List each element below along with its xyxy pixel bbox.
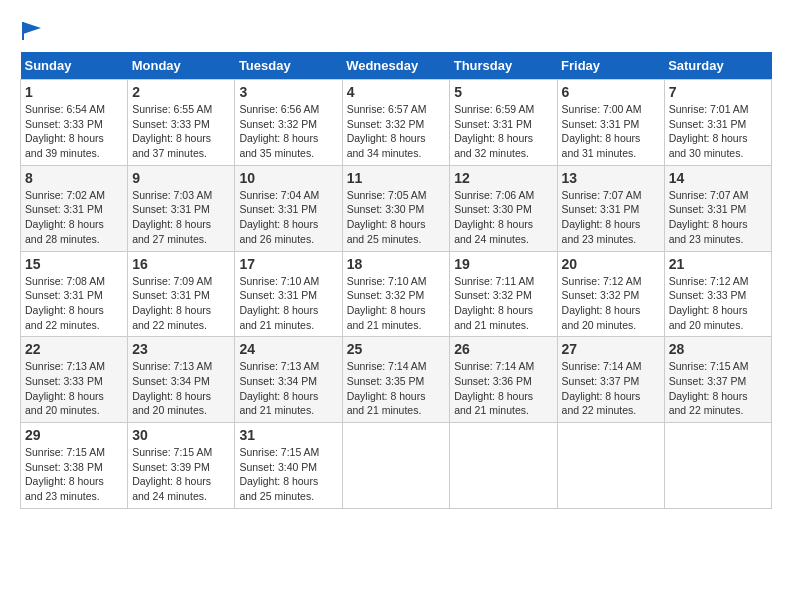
- daylight-label: Daylight: 8 hours and 30 minutes.: [669, 132, 748, 159]
- calendar-table: SundayMondayTuesdayWednesdayThursdayFrid…: [20, 52, 772, 509]
- day-info: Sunrise: 7:13 AM Sunset: 3:34 PM Dayligh…: [239, 359, 337, 418]
- sunset-label: Sunset: 3:31 PM: [669, 118, 747, 130]
- day-number: 6: [562, 84, 660, 100]
- day-info: Sunrise: 7:15 AM Sunset: 3:40 PM Dayligh…: [239, 445, 337, 504]
- day-number: 21: [669, 256, 767, 272]
- calendar-cell: 12 Sunrise: 7:06 AM Sunset: 3:30 PM Dayl…: [450, 165, 557, 251]
- page-header: [20, 20, 772, 42]
- day-number: 15: [25, 256, 123, 272]
- sunrise-label: Sunrise: 6:57 AM: [347, 103, 427, 115]
- day-number: 10: [239, 170, 337, 186]
- sunrise-label: Sunrise: 7:12 AM: [562, 275, 642, 287]
- sunset-label: Sunset: 3:32 PM: [239, 118, 317, 130]
- calendar-cell: 6 Sunrise: 7:00 AM Sunset: 3:31 PM Dayli…: [557, 80, 664, 166]
- day-info: Sunrise: 7:10 AM Sunset: 3:31 PM Dayligh…: [239, 274, 337, 333]
- day-info: Sunrise: 6:54 AM Sunset: 3:33 PM Dayligh…: [25, 102, 123, 161]
- sunset-label: Sunset: 3:31 PM: [669, 203, 747, 215]
- sunset-label: Sunset: 3:32 PM: [562, 289, 640, 301]
- sunrise-label: Sunrise: 6:55 AM: [132, 103, 212, 115]
- day-info: Sunrise: 7:07 AM Sunset: 3:31 PM Dayligh…: [669, 188, 767, 247]
- sunset-label: Sunset: 3:34 PM: [239, 375, 317, 387]
- sunset-label: Sunset: 3:35 PM: [347, 375, 425, 387]
- sunrise-label: Sunrise: 6:59 AM: [454, 103, 534, 115]
- calendar-cell: 10 Sunrise: 7:04 AM Sunset: 3:31 PM Dayl…: [235, 165, 342, 251]
- calendar-cell: 4 Sunrise: 6:57 AM Sunset: 3:32 PM Dayli…: [342, 80, 450, 166]
- day-number: 7: [669, 84, 767, 100]
- daylight-label: Daylight: 8 hours and 39 minutes.: [25, 132, 104, 159]
- calendar-cell: 31 Sunrise: 7:15 AM Sunset: 3:40 PM Dayl…: [235, 423, 342, 509]
- daylight-label: Daylight: 8 hours and 22 minutes.: [562, 390, 641, 417]
- sunset-label: Sunset: 3:31 PM: [562, 203, 640, 215]
- sunrise-label: Sunrise: 6:56 AM: [239, 103, 319, 115]
- sunrise-label: Sunrise: 7:00 AM: [562, 103, 642, 115]
- sunset-label: Sunset: 3:37 PM: [562, 375, 640, 387]
- sunrise-label: Sunrise: 7:15 AM: [239, 446, 319, 458]
- sunrise-label: Sunrise: 7:03 AM: [132, 189, 212, 201]
- sunrise-label: Sunrise: 7:12 AM: [669, 275, 749, 287]
- day-info: Sunrise: 7:10 AM Sunset: 3:32 PM Dayligh…: [347, 274, 446, 333]
- day-number: 23: [132, 341, 230, 357]
- calendar-cell: 8 Sunrise: 7:02 AM Sunset: 3:31 PM Dayli…: [21, 165, 128, 251]
- calendar-cell: 21 Sunrise: 7:12 AM Sunset: 3:33 PM Dayl…: [664, 251, 771, 337]
- day-info: Sunrise: 6:55 AM Sunset: 3:33 PM Dayligh…: [132, 102, 230, 161]
- day-info: Sunrise: 7:09 AM Sunset: 3:31 PM Dayligh…: [132, 274, 230, 333]
- sunrise-label: Sunrise: 7:14 AM: [562, 360, 642, 372]
- day-number: 25: [347, 341, 446, 357]
- sunset-label: Sunset: 3:33 PM: [669, 289, 747, 301]
- sunset-label: Sunset: 3:31 PM: [562, 118, 640, 130]
- daylight-label: Daylight: 8 hours and 27 minutes.: [132, 218, 211, 245]
- daylight-label: Daylight: 8 hours and 20 minutes.: [25, 390, 104, 417]
- calendar-header-monday: Monday: [128, 52, 235, 80]
- day-number: 8: [25, 170, 123, 186]
- day-info: Sunrise: 6:59 AM Sunset: 3:31 PM Dayligh…: [454, 102, 552, 161]
- daylight-label: Daylight: 8 hours and 25 minutes.: [347, 218, 426, 245]
- calendar-cell: 1 Sunrise: 6:54 AM Sunset: 3:33 PM Dayli…: [21, 80, 128, 166]
- calendar-cell: 17 Sunrise: 7:10 AM Sunset: 3:31 PM Dayl…: [235, 251, 342, 337]
- daylight-label: Daylight: 8 hours and 20 minutes.: [132, 390, 211, 417]
- sunrise-label: Sunrise: 7:10 AM: [239, 275, 319, 287]
- calendar-header-tuesday: Tuesday: [235, 52, 342, 80]
- daylight-label: Daylight: 8 hours and 22 minutes.: [132, 304, 211, 331]
- sunset-label: Sunset: 3:33 PM: [132, 118, 210, 130]
- day-number: 18: [347, 256, 446, 272]
- daylight-label: Daylight: 8 hours and 22 minutes.: [669, 390, 748, 417]
- sunrise-label: Sunrise: 7:13 AM: [25, 360, 105, 372]
- sunrise-label: Sunrise: 7:13 AM: [132, 360, 212, 372]
- sunset-label: Sunset: 3:31 PM: [454, 118, 532, 130]
- calendar-header-sunday: Sunday: [21, 52, 128, 80]
- daylight-label: Daylight: 8 hours and 24 minutes.: [454, 218, 533, 245]
- day-number: 2: [132, 84, 230, 100]
- calendar-cell: 19 Sunrise: 7:11 AM Sunset: 3:32 PM Dayl…: [450, 251, 557, 337]
- calendar-cell: [450, 423, 557, 509]
- daylight-label: Daylight: 8 hours and 35 minutes.: [239, 132, 318, 159]
- daylight-label: Daylight: 8 hours and 21 minutes.: [347, 304, 426, 331]
- calendar-week-row: 1 Sunrise: 6:54 AM Sunset: 3:33 PM Dayli…: [21, 80, 772, 166]
- day-info: Sunrise: 7:14 AM Sunset: 3:36 PM Dayligh…: [454, 359, 552, 418]
- svg-marker-0: [23, 22, 41, 34]
- daylight-label: Daylight: 8 hours and 21 minutes.: [239, 390, 318, 417]
- sunset-label: Sunset: 3:37 PM: [669, 375, 747, 387]
- sunrise-label: Sunrise: 7:08 AM: [25, 275, 105, 287]
- day-info: Sunrise: 7:12 AM Sunset: 3:33 PM Dayligh…: [669, 274, 767, 333]
- daylight-label: Daylight: 8 hours and 20 minutes.: [669, 304, 748, 331]
- day-info: Sunrise: 7:08 AM Sunset: 3:31 PM Dayligh…: [25, 274, 123, 333]
- sunrise-label: Sunrise: 7:02 AM: [25, 189, 105, 201]
- day-info: Sunrise: 7:15 AM Sunset: 3:38 PM Dayligh…: [25, 445, 123, 504]
- calendar-cell: [342, 423, 450, 509]
- daylight-label: Daylight: 8 hours and 20 minutes.: [562, 304, 641, 331]
- daylight-label: Daylight: 8 hours and 28 minutes.: [25, 218, 104, 245]
- daylight-label: Daylight: 8 hours and 23 minutes.: [562, 218, 641, 245]
- calendar-cell: 18 Sunrise: 7:10 AM Sunset: 3:32 PM Dayl…: [342, 251, 450, 337]
- sunset-label: Sunset: 3:31 PM: [132, 289, 210, 301]
- sunrise-label: Sunrise: 7:07 AM: [669, 189, 749, 201]
- day-number: 26: [454, 341, 552, 357]
- daylight-label: Daylight: 8 hours and 37 minutes.: [132, 132, 211, 159]
- logo: [20, 20, 44, 42]
- calendar-cell: 3 Sunrise: 6:56 AM Sunset: 3:32 PM Dayli…: [235, 80, 342, 166]
- sunset-label: Sunset: 3:39 PM: [132, 461, 210, 473]
- calendar-cell: 24 Sunrise: 7:13 AM Sunset: 3:34 PM Dayl…: [235, 337, 342, 423]
- day-number: 17: [239, 256, 337, 272]
- day-info: Sunrise: 6:56 AM Sunset: 3:32 PM Dayligh…: [239, 102, 337, 161]
- sunset-label: Sunset: 3:38 PM: [25, 461, 103, 473]
- daylight-label: Daylight: 8 hours and 23 minutes.: [669, 218, 748, 245]
